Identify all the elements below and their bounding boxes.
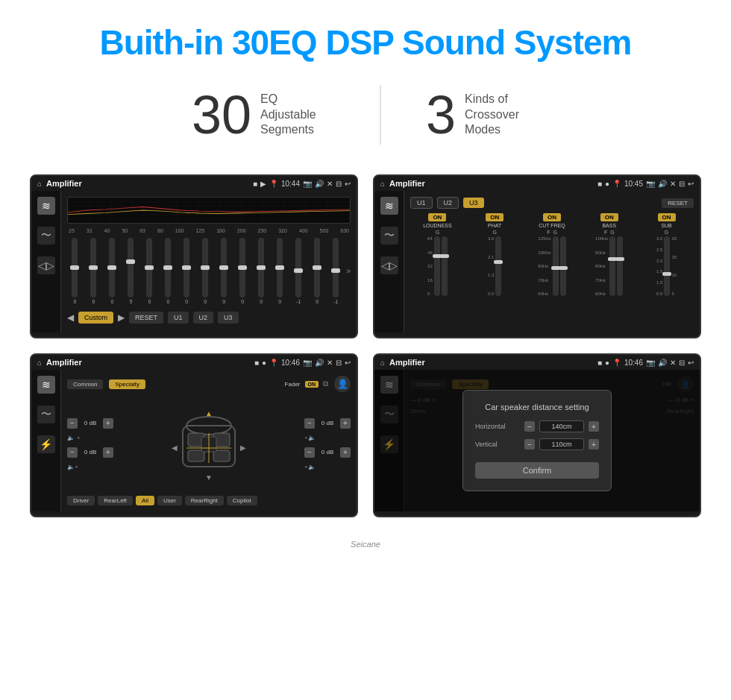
on-btn-loudness[interactable]: ON	[428, 213, 446, 221]
rear-right-btn[interactable]: RearRight	[185, 496, 224, 505]
home-icon-4[interactable]: ⌂	[380, 359, 385, 367]
db-minus-rl[interactable]: −	[67, 447, 78, 458]
eq-slider-12[interactable]: -1	[291, 238, 307, 304]
eq-slider-1[interactable]: 0	[86, 238, 101, 304]
horizontal-input: 140cm	[539, 420, 584, 432]
crossover-top: U1 U2 U3 RESET	[410, 197, 694, 209]
back-icon-1[interactable]: ↩	[345, 180, 351, 188]
eq-screen: ⌂ Amplifier ■ ▶ 📍 10:44 📷 🔊 ✕ ⊟ ↩ ≋ 〜 ◁▷	[30, 174, 358, 338]
horizontal-label: Horizontal	[475, 423, 520, 430]
close-icon-2[interactable]: ✕	[670, 180, 676, 188]
stat-eq-number: 30	[192, 88, 251, 142]
u2-btn-1[interactable]: U2	[193, 312, 214, 324]
u1-btn-1[interactable]: U1	[168, 312, 189, 324]
db-plus-fl[interactable]: +	[103, 418, 113, 429]
channel-type-bass: FG	[604, 230, 615, 235]
fader-on-toggle[interactable]: ON	[305, 381, 319, 388]
eq-slider-2[interactable]: 0	[104, 238, 120, 304]
eq-slider-11[interactable]: 0	[272, 238, 288, 304]
reset-btn-1[interactable]: RESET	[129, 312, 163, 324]
sidebar-vol-icon-2[interactable]: ◁▷	[380, 256, 398, 274]
sidebar-wave-icon-3[interactable]: 〜	[37, 406, 55, 423]
eq-slider-3[interactable]: 5	[123, 238, 139, 304]
back-icon-3[interactable]: ↩	[345, 359, 351, 367]
eq-labels-row: 253240506380100125160200250320400500630	[67, 228, 351, 233]
u2-preset-btn[interactable]: U2	[437, 197, 459, 209]
stat-eq: 30 EQ AdjustableSegments	[147, 88, 380, 142]
sidebar-bt-icon[interactable]: ⚡	[37, 435, 55, 453]
close-icon-4[interactable]: ✕	[670, 359, 676, 367]
sidebar-eq-icon[interactable]: ≋	[37, 197, 55, 215]
location-icon-2: 📍	[612, 180, 621, 188]
confirm-button[interactable]: Confirm	[475, 462, 599, 479]
sidebar-eq-icon-2[interactable]: ≋	[380, 197, 398, 215]
on-btn-cutfreq[interactable]: ON	[543, 213, 561, 221]
u1-preset-btn[interactable]: U1	[410, 197, 433, 209]
eq-slider-6[interactable]: 0	[179, 238, 195, 304]
sidebar-vol-icon[interactable]: ◁▷	[37, 256, 55, 274]
vertical-minus-btn[interactable]: −	[524, 439, 535, 450]
app-title-1: Amplifier	[46, 179, 82, 188]
user-btn[interactable]: User	[157, 496, 182, 505]
db-plus-fr[interactable]: +	[340, 418, 351, 429]
custom-btn[interactable]: Custom	[78, 312, 113, 324]
prev-btn[interactable]: ◀	[67, 312, 74, 323]
db-plus-rr[interactable]: +	[340, 447, 351, 458]
eq-slider-5[interactable]: 0	[160, 238, 176, 304]
slider-cutfreq: 125Hz100Hz80Hz70Hz60Hz	[538, 236, 565, 296]
sidebar-1: ≋ 〜 ◁▷	[31, 191, 61, 332]
camera-icon-3: 📷	[303, 359, 312, 367]
close-icon-3[interactable]: ✕	[327, 359, 333, 367]
home-icon-1[interactable]: ⌂	[37, 180, 42, 188]
status-bar-3: ⌂ Amplifier ■ ● 📍 10:46 📷 🔊 ✕ ⊟ ↩	[31, 355, 357, 370]
page-header: Buith-in 30EQ DSP Sound System	[0, 0, 731, 78]
u3-btn-1[interactable]: U3	[218, 312, 239, 324]
app-title-2: Amplifier	[389, 179, 425, 188]
expand-arrows[interactable]: »	[347, 267, 351, 275]
home-icon-2[interactable]: ⌂	[380, 180, 385, 188]
eq-slider-0[interactable]: 0	[67, 238, 83, 304]
close-icon-1[interactable]: ✕	[327, 180, 333, 188]
sidebar-eq-icon-3[interactable]: ≋	[37, 376, 55, 394]
back-icon-4[interactable]: ↩	[688, 359, 694, 367]
horizontal-plus-btn[interactable]: +	[589, 421, 599, 432]
eq-slider-9[interactable]: 0	[235, 238, 251, 304]
dialog-overlay: Car speaker distance setting Horizontal …	[374, 370, 700, 511]
home-icon-3[interactable]: ⌂	[37, 359, 42, 367]
sidebar-3: ≋ 〜 ⚡	[31, 370, 61, 511]
rear-left-btn[interactable]: RearLeft	[98, 496, 133, 505]
eq-slider-13[interactable]: 0	[310, 238, 325, 304]
db-plus-rl[interactable]: +	[103, 447, 113, 458]
back-icon-2[interactable]: ↩	[688, 180, 694, 188]
vertical-plus-btn[interactable]: +	[589, 439, 599, 450]
db-minus-fl[interactable]: −	[67, 418, 78, 429]
eq-slider-8[interactable]: 0	[216, 238, 232, 304]
reset-btn-2[interactable]: RESET	[662, 198, 694, 208]
on-btn-phat[interactable]: ON	[486, 213, 503, 221]
camera-icon-1: 📷	[303, 180, 312, 188]
channel-loudness: ON LOUDNESS G 644832160	[410, 213, 465, 296]
speaker-screen: ⌂ Amplifier ■ ● 📍 10:46 📷 🔊 ✕ ⊟ ↩ ≋ 〜 ⚡	[30, 353, 358, 517]
eq-slider-10[interactable]: 0	[254, 238, 269, 304]
window-icon-1: ⊟	[336, 180, 342, 188]
eq-slider-4[interactable]: 0	[142, 238, 157, 304]
on-btn-sub[interactable]: ON	[658, 213, 676, 221]
volume-icon-4: 🔊	[658, 359, 667, 367]
play-icon-1[interactable]: ▶	[260, 180, 266, 188]
eq-slider-7[interactable]: 0	[198, 238, 213, 304]
all-btn[interactable]: All	[136, 496, 154, 505]
on-btn-bass[interactable]: ON	[600, 213, 618, 221]
eq-slider-14[interactable]: -1	[328, 238, 344, 304]
driver-btn[interactable]: Driver	[67, 496, 95, 505]
horizontal-minus-btn[interactable]: −	[524, 421, 535, 432]
copilot-btn[interactable]: Copilot	[227, 496, 257, 505]
next-btn[interactable]: ▶	[118, 312, 125, 323]
sidebar-wave-icon[interactable]: 〜	[37, 227, 55, 245]
left-db-controls: − 0 dB + 🔈 + − 0 dB + 🔈	[67, 418, 113, 470]
u3-preset-btn[interactable]: U3	[463, 198, 484, 208]
sidebar-wave-icon-2[interactable]: 〜	[380, 227, 398, 245]
db-minus-rr[interactable]: −	[304, 447, 315, 458]
common-btn[interactable]: Common	[67, 379, 103, 389]
db-minus-fr[interactable]: −	[304, 418, 315, 429]
specialty-btn[interactable]: Specialty	[109, 379, 145, 389]
